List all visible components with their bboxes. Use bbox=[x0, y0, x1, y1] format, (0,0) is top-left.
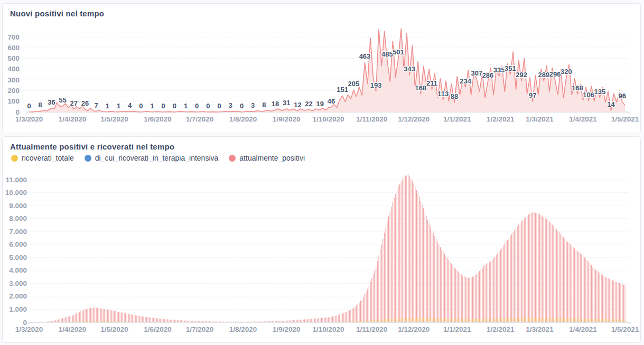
svg-text:4.000: 4.000 bbox=[9, 266, 27, 274]
svg-text:600: 600 bbox=[7, 44, 20, 52]
svg-text:205: 205 bbox=[348, 80, 359, 88]
nuovi-positivi-card: Nuovi positivi nel tempo 010020030040050… bbox=[2, 3, 641, 133]
svg-text:0: 0 bbox=[173, 102, 176, 110]
svg-text:96: 96 bbox=[618, 92, 626, 100]
svg-text:1/3/2020: 1/3/2020 bbox=[15, 325, 43, 333]
svg-text:1/12/2020: 1/12/2020 bbox=[398, 325, 430, 333]
y-grid bbox=[30, 180, 630, 310]
svg-text:501: 501 bbox=[393, 48, 404, 56]
x-tick-labels: 1/3/20201/4/20201/5/20201/6/20201/7/2020… bbox=[15, 325, 639, 333]
x-tick-labels: 1/3/20201/4/20201/5/20201/6/20201/7/2020… bbox=[15, 115, 639, 123]
series-attualmente_positivi bbox=[39, 174, 626, 322]
svg-text:1/10/2020: 1/10/2020 bbox=[313, 325, 344, 333]
svg-text:1/6/2020: 1/6/2020 bbox=[144, 115, 172, 123]
svg-text:463: 463 bbox=[359, 52, 371, 60]
x-axis bbox=[29, 322, 630, 324]
svg-text:1/12/2020: 1/12/2020 bbox=[398, 115, 430, 123]
svg-text:0: 0 bbox=[162, 102, 165, 110]
svg-text:300: 300 bbox=[7, 76, 20, 84]
svg-text:113: 113 bbox=[437, 90, 449, 98]
svg-text:1: 1 bbox=[184, 102, 188, 110]
svg-text:4: 4 bbox=[128, 101, 132, 109]
svg-text:335: 335 bbox=[493, 66, 505, 74]
svg-text:1/1/2021: 1/1/2021 bbox=[443, 325, 471, 333]
svg-text:292: 292 bbox=[516, 71, 527, 79]
svg-text:1/4/2021: 1/4/2021 bbox=[569, 325, 597, 333]
svg-text:1/2/2021: 1/2/2021 bbox=[487, 115, 515, 123]
svg-text:12: 12 bbox=[294, 101, 301, 109]
svg-text:8: 8 bbox=[39, 101, 42, 109]
svg-text:9.000: 9.000 bbox=[9, 202, 27, 210]
svg-text:211: 211 bbox=[426, 79, 437, 87]
svg-text:135: 135 bbox=[594, 88, 605, 96]
svg-text:5.000: 5.000 bbox=[9, 254, 27, 262]
svg-text:10.000: 10.000 bbox=[5, 189, 27, 197]
svg-text:1/5/2020: 1/5/2020 bbox=[100, 115, 128, 123]
svg-text:1/7/2020: 1/7/2020 bbox=[186, 325, 214, 333]
svg-text:7.000: 7.000 bbox=[9, 228, 27, 236]
svg-text:0: 0 bbox=[206, 102, 210, 110]
svg-text:3: 3 bbox=[251, 101, 255, 109]
svg-text:1/5/2021: 1/5/2021 bbox=[611, 325, 639, 333]
svg-text:1: 1 bbox=[117, 102, 120, 110]
svg-text:46: 46 bbox=[328, 97, 335, 105]
attualmente-positivi-card: Attualmente positivi e ricoverati nel te… bbox=[2, 136, 641, 343]
svg-text:6.000: 6.000 bbox=[9, 240, 27, 248]
svg-text:26: 26 bbox=[81, 99, 89, 107]
svg-text:8.000: 8.000 bbox=[9, 215, 27, 222]
svg-text:1/11/2020: 1/11/2020 bbox=[356, 325, 387, 333]
svg-text:1.000: 1.000 bbox=[9, 305, 27, 313]
svg-text:168: 168 bbox=[572, 84, 583, 92]
svg-text:3: 3 bbox=[229, 101, 232, 109]
x-axis bbox=[27, 112, 629, 114]
svg-text:106: 106 bbox=[583, 91, 594, 99]
svg-text:1/8/2020: 1/8/2020 bbox=[229, 325, 257, 333]
svg-text:0: 0 bbox=[27, 102, 31, 110]
svg-text:1/2/2021: 1/2/2021 bbox=[487, 325, 515, 333]
svg-text:1/5/2021: 1/5/2021 bbox=[611, 115, 639, 123]
svg-text:1/4/2020: 1/4/2020 bbox=[59, 325, 87, 333]
svg-text:1/7/2020: 1/7/2020 bbox=[186, 115, 214, 123]
svg-text:0: 0 bbox=[217, 102, 221, 110]
svg-text:1/3/2021: 1/3/2021 bbox=[526, 115, 554, 123]
svg-text:193: 193 bbox=[370, 81, 382, 89]
svg-text:36: 36 bbox=[48, 98, 55, 106]
svg-text:7: 7 bbox=[94, 101, 98, 109]
svg-text:1: 1 bbox=[106, 102, 109, 110]
svg-text:289: 289 bbox=[538, 71, 550, 79]
svg-text:700: 700 bbox=[7, 33, 20, 41]
attualmente-positivi-chart[interactable]: 01.0002.0003.0004.0005.0006.0007.0008.00… bbox=[3, 137, 640, 342]
svg-text:3.000: 3.000 bbox=[9, 279, 27, 287]
svg-text:296: 296 bbox=[549, 70, 561, 78]
svg-text:307: 307 bbox=[471, 69, 482, 77]
svg-text:88: 88 bbox=[451, 92, 458, 100]
svg-text:1/11/2020: 1/11/2020 bbox=[356, 115, 387, 123]
svg-text:1/10/2020: 1/10/2020 bbox=[313, 115, 344, 123]
svg-text:100: 100 bbox=[7, 97, 20, 105]
svg-text:1/3/2021: 1/3/2021 bbox=[526, 325, 554, 333]
svg-text:1/8/2020: 1/8/2020 bbox=[229, 115, 257, 123]
nuovi-positivi-chart[interactable]: 01002003004005006007001/3/20201/4/20201/… bbox=[3, 4, 640, 133]
svg-text:168: 168 bbox=[415, 84, 427, 92]
svg-text:1/1/2021: 1/1/2021 bbox=[443, 115, 471, 123]
svg-text:1/9/2020: 1/9/2020 bbox=[273, 115, 301, 123]
svg-text:19: 19 bbox=[316, 100, 324, 108]
svg-text:1/6/2020: 1/6/2020 bbox=[144, 325, 172, 333]
svg-text:2.000: 2.000 bbox=[9, 292, 27, 300]
svg-text:1/4/2020: 1/4/2020 bbox=[59, 115, 87, 123]
svg-text:0: 0 bbox=[139, 102, 143, 110]
svg-text:18: 18 bbox=[272, 100, 279, 108]
svg-text:343: 343 bbox=[404, 65, 415, 73]
svg-text:286: 286 bbox=[482, 71, 494, 79]
svg-text:1/9/2020: 1/9/2020 bbox=[273, 325, 301, 333]
svg-text:351: 351 bbox=[505, 64, 516, 72]
svg-text:1/4/2021: 1/4/2021 bbox=[569, 115, 597, 123]
svg-text:97: 97 bbox=[529, 91, 536, 99]
svg-text:234: 234 bbox=[460, 77, 471, 85]
svg-text:400: 400 bbox=[7, 65, 20, 73]
svg-text:27: 27 bbox=[70, 99, 77, 107]
svg-text:14: 14 bbox=[607, 100, 615, 108]
svg-text:11.000: 11.000 bbox=[5, 176, 27, 184]
svg-text:0: 0 bbox=[195, 102, 199, 110]
svg-text:151: 151 bbox=[337, 86, 348, 94]
